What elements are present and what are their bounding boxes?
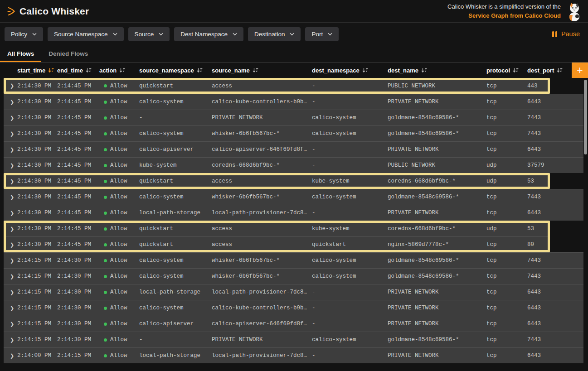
column-header-source_namespace[interactable]: source_namespace	[139, 67, 212, 74]
allow-status-dot	[104, 164, 107, 167]
table-row[interactable]: ❯2:14:15 PM2:14:30 PMAllowcalico-apiserv…	[4, 316, 583, 332]
sort-icon[interactable]	[362, 67, 368, 73]
expand-row-icon[interactable]: ❯	[4, 337, 17, 343]
filter-dropdown-policy[interactable]: Policy	[5, 27, 43, 41]
tab-bar: All FlowsDenied Flows	[0, 45, 588, 63]
sort-icon[interactable]	[48, 67, 54, 73]
cell-end_time: 2:14:30 PM	[57, 305, 99, 311]
expand-row-icon[interactable]: ❯	[4, 131, 17, 137]
expand-row-icon[interactable]: ❯	[4, 210, 17, 216]
cell-protocol: tcp	[486, 321, 527, 327]
sort-icon[interactable]	[197, 67, 203, 73]
cell-protocol: udp	[486, 178, 527, 184]
column-header-source_name[interactable]: source_name	[212, 67, 312, 74]
sort-icon[interactable]	[557, 67, 563, 73]
expand-row-icon[interactable]: ❯	[4, 289, 17, 295]
service-graph-link[interactable]: Service Graph from Calico Cloud	[468, 12, 561, 19]
table-row[interactable]: ❯2:14:15 PM2:14:30 PMAllowcalico-systemw…	[4, 268, 583, 284]
cell-action: Allow	[99, 226, 139, 232]
cell-dest_name: PUBLIC NETWORK	[388, 162, 486, 169]
tab-all-flows[interactable]: All Flows	[0, 45, 41, 62]
tab-denied-flows[interactable]: Denied Flows	[41, 45, 95, 62]
sort-icon[interactable]	[86, 67, 92, 73]
cell-source_name: whisker-6b6fb567bc-*	[212, 130, 312, 137]
cell-source_name: whisker-6b6fb567bc-*	[212, 257, 312, 264]
expand-row-icon[interactable]: ❯	[4, 258, 17, 264]
filter-dropdown-destination[interactable]: Destination	[248, 27, 301, 41]
cell-action: Allow	[99, 210, 139, 216]
cell-dest_name: PRIVATE NETWORK	[388, 289, 486, 295]
expand-row-icon[interactable]: ❯	[4, 242, 17, 248]
filter-label: Source	[135, 31, 154, 38]
column-header-action[interactable]: action	[99, 67, 139, 74]
cell-dest_port: 6443	[527, 99, 583, 105]
table-row[interactable]: ❯2:14:30 PM2:14:45 PMAllowcalico-apiserv…	[4, 141, 583, 157]
cell-source_name: access	[212, 83, 312, 89]
table-row[interactable]: ❯2:14:30 PM2:14:45 PMAllowkube-systemcor…	[4, 157, 583, 173]
column-header-end_time[interactable]: end_time	[57, 67, 99, 74]
cell-dest_namespace: calico-system	[312, 194, 388, 200]
expand-row-icon[interactable]: ❯	[4, 305, 17, 311]
cell-dest_name: PRIVATE NETWORK	[388, 146, 486, 153]
cell-source_namespace: calico-system	[139, 194, 212, 200]
sort-icon[interactable]	[421, 67, 427, 73]
table-row[interactable]: ❯2:14:30 PM2:14:45 PMAllowquickstartacce…	[4, 221, 550, 236]
table-row[interactable]: ❯2:14:15 PM2:14:30 PMAllowcalico-systemc…	[4, 300, 583, 316]
table-row[interactable]: ❯2:14:30 PM2:14:45 PMAllowcalico-systemw…	[4, 125, 583, 141]
allow-status-dot	[104, 132, 107, 135]
expand-row-icon[interactable]: ❯	[4, 99, 17, 105]
column-header-protocol[interactable]: protocol	[486, 67, 527, 74]
table-row[interactable]: ❯2:14:30 PM2:14:45 PMAllow-PRIVATE NETWO…	[4, 110, 583, 125]
expand-row-icon[interactable]: ❯	[4, 321, 17, 327]
filter-dropdown-dest-namespace[interactable]: Dest Namespace	[174, 27, 243, 41]
expand-row-icon[interactable]: ❯	[4, 194, 17, 200]
expand-row-icon[interactable]: ❯	[4, 147, 17, 153]
cell-start_time: 2:14:00 PM	[17, 352, 57, 359]
expand-row-icon[interactable]: ❯	[4, 226, 17, 232]
pause-button[interactable]: Pause	[550, 30, 582, 38]
vertical-scrollbar[interactable]	[584, 80, 587, 154]
column-header-dest_namespace[interactable]: dest_namespace	[312, 67, 388, 74]
filter-dropdown-source-namespace[interactable]: Source Namespace	[48, 27, 124, 41]
allow-status-dot	[104, 354, 107, 357]
expand-row-icon[interactable]: ❯	[4, 163, 17, 169]
expand-row-icon[interactable]: ❯	[4, 115, 17, 121]
sort-icon[interactable]	[513, 67, 519, 73]
sort-icon[interactable]	[253, 67, 258, 73]
cell-action: Allow	[99, 305, 139, 311]
cell-source_namespace: local-path-storage	[139, 352, 212, 359]
filter-label: Source Namespace	[54, 31, 108, 38]
expand-row-icon[interactable]: ❯	[4, 178, 17, 184]
table-row[interactable]: ❯2:14:15 PM2:14:30 PMAllowcalico-systemw…	[4, 252, 583, 268]
column-header-start_time[interactable]: start_time	[17, 67, 57, 74]
add-column-button[interactable]: +	[572, 63, 588, 78]
table-row[interactable]: ❯2:14:30 PM2:14:45 PMAllowcalico-systemw…	[4, 189, 583, 205]
column-label: source_name	[212, 67, 250, 74]
cell-dest_name: goldmane-8548c69586-*	[388, 130, 486, 137]
expand-row-icon[interactable]: ❯	[4, 274, 17, 279]
cell-action: Allow	[99, 130, 139, 137]
expand-row-icon[interactable]: ❯	[4, 353, 17, 359]
filter-bar: PolicySource NamespaceSourceDest Namespa…	[0, 23, 588, 45]
filter-dropdown-port[interactable]: Port	[305, 27, 339, 41]
cell-source_name: local-path-provisioner-7dc8…	[212, 210, 312, 216]
table-row[interactable]: ❯2:14:30 PM2:14:45 PMAllowlocal-path-sto…	[4, 205, 583, 221]
cell-end_time: 2:14:45 PM	[57, 210, 99, 216]
cell-protocol: tcp	[486, 210, 527, 216]
expand-row-icon[interactable]: ❯	[4, 83, 17, 89]
table-row[interactable]: ❯2:14:15 PM2:14:30 PMAllow-PRIVATE NETWO…	[4, 332, 583, 347]
flow-table-body: ❯2:14:30 PM2:14:45 PMAllowquickstartacce…	[4, 78, 583, 363]
filter-dropdown-source[interactable]: Source	[128, 27, 170, 41]
table-row[interactable]: ❯2:14:00 PM2:14:15 PMAllowlocal-path-sto…	[4, 347, 583, 363]
table-row[interactable]: ❯2:14:30 PM2:14:45 PMAllowquickstartacce…	[4, 173, 550, 189]
table-row[interactable]: ❯2:14:30 PM2:14:45 PMAllowquickstartacce…	[4, 236, 550, 252]
sort-icon[interactable]	[119, 67, 125, 73]
cell-dest_name: goldmane-8548c69586-*	[388, 115, 486, 121]
table-row[interactable]: ❯2:14:15 PM2:14:30 PMAllowlocal-path-sto…	[4, 284, 583, 300]
cell-dest_name: coredns-668d6bf9bc-*	[388, 178, 486, 184]
cell-source_namespace: calico-system	[139, 99, 212, 105]
column-header-dest_name[interactable]: dest_name	[388, 67, 486, 74]
cell-source_name: whisker-6b6fb567bc-*	[212, 273, 312, 279]
table-row[interactable]: ❯2:14:30 PM2:14:45 PMAllowcalico-systemc…	[4, 94, 583, 110]
table-row[interactable]: ❯2:14:30 PM2:14:45 PMAllowquickstartacce…	[4, 78, 550, 94]
